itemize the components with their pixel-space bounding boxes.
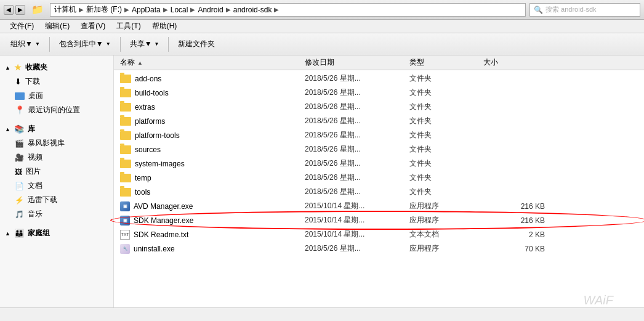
table-row[interactable]: platforms 2018/5/26 星期... 文件夹 [114,114,644,128]
file-date: 2018/5/26 星期... [305,73,409,84]
folder-icon [120,174,131,182]
library-dropdown-arrow: ▼ [106,41,111,47]
menu-help[interactable]: 帮助(H) [147,20,182,33]
table-row[interactable]: add-ons 2018/5/26 星期... 文件夹 [114,71,644,86]
sidebar-item-music[interactable]: 🎵 音乐 [2,207,111,221]
menu-bar: 文件(F) 编辑(E) 查看(V) 工具(T) 帮助(H) [0,20,644,33]
folder-icon [120,117,131,126]
file-type: 应用程序 [409,243,483,254]
file-date: 2018/5/26 星期... [305,144,409,155]
sidebar-homegroup-section: ▲ 👪 家庭组 [2,226,111,240]
search-icon: 🔍 [534,6,543,14]
col-header-date[interactable]: 修改日期 [305,57,409,68]
file-name-cell: ▣ SDK Manager.exe [120,216,305,226]
file-type: 文本文档 [409,229,483,240]
sidebar-item-recent[interactable]: 📍 最近访问的位置 [2,103,111,117]
file-size: 2 KB [483,230,545,239]
toolbar-separator-3 [168,37,169,52]
breadcrumb-appdata[interactable]: AppData [132,6,161,14]
sidebar-item-baofeng[interactable]: 🎬 暴风影视库 [2,136,111,150]
folder-icon [120,145,131,154]
col-header-type[interactable]: 类型 [409,57,483,68]
table-row[interactable]: extras 2018/5/26 星期... 文件夹 [114,100,644,114]
forward-button[interactable]: ▶ [15,5,25,15]
file-date: 2018/5/26 星期... [305,130,409,140]
sidebar-homegroup-header[interactable]: ▲ 👪 家庭组 [2,226,111,240]
sep4: ▶ [190,6,195,13]
breadcrumb-sdk[interactable]: android-sdk [233,6,272,14]
file-date: 2018/5/26 星期... [305,87,409,98]
table-row[interactable]: tools 2018/5/26 星期... 文件夹 [114,185,644,199]
breadcrumb-drive[interactable]: 新加卷 (F:) [86,4,122,15]
file-date: 2018/5/26 星期... [305,158,409,169]
file-type: 文件夹 [409,158,483,169]
include-library-button[interactable]: 包含到库中▼ ▼ [54,36,116,52]
menu-view[interactable]: 查看(V) [76,20,110,33]
file-area: 名称 ▲ 修改日期 类型 大小 add-ons 2018/5/ [114,55,644,307]
window-controls[interactable]: ◀ ▶ [4,5,25,15]
menu-edit[interactable]: 编辑(E) [40,20,74,33]
table-row[interactable]: platform-tools 2018/5/26 星期... 文件夹 [114,128,644,142]
sidebar-item-video[interactable]: 🎥 视频 [2,150,111,165]
table-row[interactable]: sources 2018/5/26 星期... 文件夹 [114,142,644,156]
docs-icon: 📄 [15,182,24,190]
breadcrumb-android[interactable]: Android [198,6,223,14]
sep5: ▶ [226,6,231,13]
menu-file[interactable]: 文件(F) [5,20,39,33]
new-folder-button[interactable]: 新建文件夹 [172,36,220,52]
folder-icon [120,188,131,197]
music-label: 音乐 [28,209,42,219]
table-row[interactable]: ▣ AVD Manager.exe 2015/10/14 星期... 应用程序 … [114,199,644,213]
sidebar-item-download[interactable]: ⬇ 下载 [2,75,111,89]
exe-icon: 🔧 [120,244,130,254]
file-name-cell: extras [120,103,305,112]
sidebar-libraries-header[interactable]: ▲ 📚 库 [2,122,111,136]
address-bar[interactable]: 计算机 ▶ 新加卷 (F:) ▶ AppData ▶ Local ▶ Andro… [50,3,526,17]
search-bar[interactable]: 🔍 搜索 android-sdk [529,3,640,17]
breadcrumb-computer[interactable]: 计算机 [54,4,76,15]
file-type: 应用程序 [409,201,483,211]
table-row[interactable]: TXT SDK Readme.txt 2015/10/14 星期... 文本文档… [114,227,644,242]
col-header-name[interactable]: 名称 ▲ [120,57,305,68]
table-row[interactable]: system-images 2018/5/26 星期... 文件夹 [114,156,644,171]
file-name-cell: sources [120,145,305,154]
table-row[interactable]: build-tools 2018/5/26 星期... 文件夹 [114,86,644,100]
main-area: ▲ ★ 收藏夹 ⬇ 下载 桌面 📍 最近访问的位置 [0,55,644,307]
toolbar-separator-2 [120,37,121,52]
folder-icon [120,89,131,97]
organize-dropdown-arrow: ▼ [35,41,40,47]
sidebar-item-desktop[interactable]: 桌面 [2,89,111,103]
baofeng-icon: 🎬 [15,139,24,148]
file-type: 文件夹 [409,130,483,140]
back-button[interactable]: ◀ [4,5,14,15]
sidebar-item-image[interactable]: 🖼 图片 [2,165,111,179]
homegroup-icon: 👪 [14,229,24,238]
file-name: platforms [135,117,165,126]
image-label: 图片 [26,166,41,177]
sidebar-item-docs[interactable]: 📄 文档 [2,179,111,193]
breadcrumb-local[interactable]: Local [171,6,188,14]
file-type: 文件夹 [409,187,483,197]
col-header-size[interactable]: 大小 [483,57,545,68]
sidebar-item-thunder[interactable]: ⚡ 迅雷下载 [2,193,111,207]
desktop-icon [15,92,25,100]
table-row[interactable]: ▣ SDK Manager.exe 2015/10/14 星期... 应用程序 … [114,213,644,227]
table-row[interactable]: temp 2018/5/26 星期... 文件夹 [114,171,644,185]
share-button[interactable]: 共享▼ ▼ [124,36,165,52]
file-name-cell: 🔧 uninstall.exe [120,244,305,254]
docs-label: 文档 [28,181,42,191]
homegroup-label: 家庭组 [28,228,50,238]
file-type: 文件夹 [409,173,483,183]
menu-tools[interactable]: 工具(T) [111,20,145,33]
file-name: extras [135,103,155,112]
file-date: 2018/5/26 星期... [305,243,409,254]
organize-button[interactable]: 组织▼ ▼ [5,36,46,52]
file-date: 2015/10/14 星期... [305,229,409,240]
sidebar-favorites-header[interactable]: ▲ ★ 收藏夹 [2,60,111,75]
folder-icon [120,103,131,112]
column-headers: 名称 ▲ 修改日期 类型 大小 [114,55,644,70]
table-row[interactable]: 🔧 uninstall.exe 2018/5/26 星期... 应用程序 70 … [114,242,644,256]
homegroup-triangle: ▲ [5,230,10,237]
thunder-label: 迅雷下载 [28,195,57,205]
image-icon: 🖼 [15,168,22,176]
